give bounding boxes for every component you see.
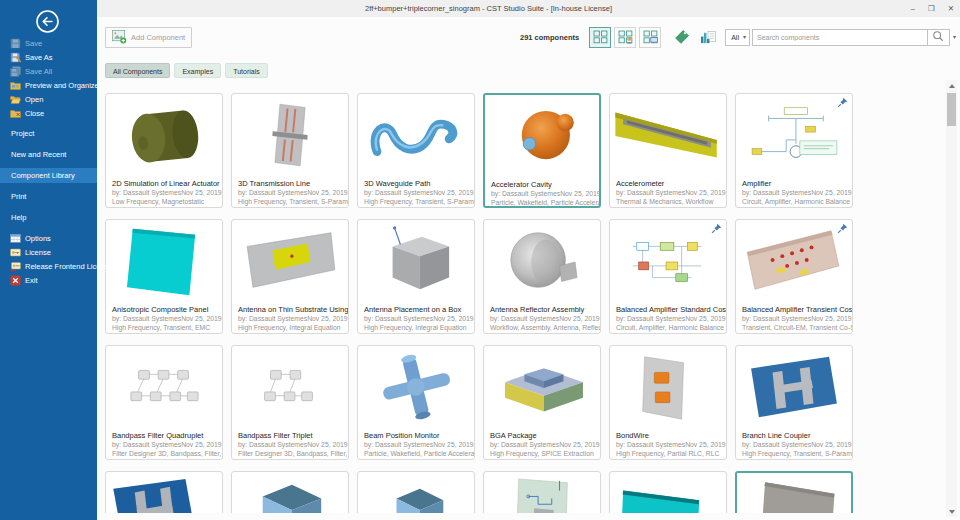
component-card-bga-package[interactable]: BGA Packageby: Dassault SystemesNov 25, … <box>483 345 601 460</box>
component-card-3d-transmission-line[interactable]: 3D Transmission Lineby: Dassault Systeme… <box>231 93 349 208</box>
sidebar-item-release-frontend-license[interactable]: Release Frontend License <box>0 259 97 273</box>
component-title: 3D Transmission Line <box>232 178 348 188</box>
search-input[interactable] <box>752 29 928 46</box>
component-card-beam-position-monitor[interactable]: Beam Position Monitorby: Dassault System… <box>357 345 475 460</box>
component-card[interactable] <box>735 471 853 513</box>
component-title: Bandpass Filter Triplet <box>232 430 348 440</box>
component-thumbnail-substrate-patch <box>232 220 348 304</box>
component-card[interactable] <box>609 471 727 513</box>
component-tags: High Frequency, Transient, S-Paramete... <box>358 197 474 206</box>
component-card-antenna-reflector-assembly[interactable]: Antenna Reflector Assemblyby: Dassault S… <box>483 219 601 334</box>
minimize-button[interactable]: – <box>911 0 915 17</box>
close-folder-icon <box>10 108 21 119</box>
component-thumbnail-cube-antenna <box>358 220 474 304</box>
component-meta: by: Dassault SystemesNov 25, 2019 <box>610 440 726 449</box>
statistics-button[interactable] <box>698 27 718 47</box>
component-tags: High Frequency, Integral Equation <box>232 323 348 332</box>
search-button[interactable] <box>928 29 950 46</box>
component-card-antenna-placement-on-a-box[interactable]: Antenna Placement on a Boxby: Dassault S… <box>357 219 475 334</box>
scrollbar-up-button[interactable] <box>946 80 957 91</box>
sidebar-item-label: Exit <box>25 276 38 285</box>
component-date: Nov 25, 2019 <box>685 188 725 197</box>
component-author: by: Dassault Systemes <box>616 314 685 323</box>
view-details-icon <box>618 30 633 44</box>
sidebar-item-new-and-recent[interactable]: New and Recent <box>0 147 97 162</box>
category-filter-dropdown[interactable]: All ▾ <box>725 29 750 46</box>
sidebar-item-preview-and-organize[interactable]: Preview and Organize <box>0 78 97 92</box>
component-title: Balanced Amplifier Standard Cosimula... <box>610 304 726 314</box>
component-title: Antenna Reflector Assembly <box>484 304 600 314</box>
view-preview-button[interactable] <box>639 27 661 48</box>
sidebar-item-exit[interactable]: Exit <box>0 273 97 287</box>
sidebar-item-options[interactable]: Options <box>0 231 97 245</box>
component-card-bandpass-filter-triplet[interactable]: Bandpass Filter Tripletby: Dassault Syst… <box>231 345 349 460</box>
component-count: 291 components <box>520 33 579 42</box>
component-thumbnail-cavity-orange <box>485 95 599 179</box>
component-title: Balanced Amplifier Transient Cosimula... <box>736 304 852 314</box>
sidebar-item-label: Save As <box>25 53 53 62</box>
sidebar-item-help[interactable]: Help <box>0 210 97 225</box>
sidebar-item-label: New and Recent <box>11 150 66 159</box>
view-details-button[interactable] <box>614 27 636 48</box>
component-date: Nov 25, 2019 <box>811 440 851 449</box>
component-thumbnail-panel-gray <box>737 473 851 513</box>
component-thumbnail-panel-cyan <box>106 220 222 304</box>
search-options-caret[interactable]: ▾ <box>953 34 956 40</box>
component-author: by: Dassault Systemes <box>616 440 685 449</box>
sidebar-item-label: Save <box>25 39 42 48</box>
scrollbar-down-button[interactable] <box>946 506 957 517</box>
sidebar-item-label: Release Frontend License <box>25 262 113 271</box>
component-date: Nov 25, 2019 <box>307 440 347 449</box>
component-title: Accelerometer <box>610 178 726 188</box>
sidebar-item-label: Help <box>11 213 26 222</box>
view-thumbnails-button[interactable] <box>589 27 611 48</box>
component-meta: by: Dassault SystemesNov 25, 2019 <box>484 440 600 449</box>
component-card-branch-line-coupler[interactable]: Branch Line Couplerby: Dassault Systemes… <box>735 345 853 460</box>
sidebar-item-label: Preview and Organize <box>25 81 99 90</box>
component-card-balanced-amplifier-standard-cosimula[interactable]: Balanced Amplifier Standard Cosimula...b… <box>609 219 727 334</box>
component-meta: by: Dassault SystemesNov 25, 2019 <box>736 314 852 323</box>
component-card[interactable] <box>483 471 601 513</box>
pin-icon <box>837 223 848 234</box>
component-tags: Filter Designer 3D, Bandpass, Filter, As… <box>106 449 222 458</box>
add-component-button[interactable]: Add Component <box>105 27 192 48</box>
sidebar-item-print[interactable]: Print <box>0 189 97 204</box>
component-author: by: Dassault Systemes <box>742 440 811 449</box>
component-card-anisotropic-composite-panel[interactable]: Anisotropic Composite Panelby: Dassault … <box>105 219 223 334</box>
sidebar-item-license[interactable]: License <box>0 245 97 259</box>
component-card-accelerometer[interactable]: Accelerometerby: Dassault SystemesNov 25… <box>609 93 727 208</box>
tab-tutorials[interactable]: Tutorials <box>225 63 268 78</box>
sidebar-item-close[interactable]: Close <box>0 106 97 120</box>
component-tags: Circuit, Amplifier, Harmonic Balance <box>736 197 852 206</box>
back-arrow-button[interactable] <box>35 9 60 34</box>
restore-button[interactable]: ❐ <box>928 0 935 17</box>
component-card-balanced-amplifier-transient-cosimula[interactable]: Balanced Amplifier Transient Cosimula...… <box>735 219 853 334</box>
component-card-accelerator-cavity[interactable]: Accelerator Cavityby: Dassault SystemesN… <box>483 93 601 208</box>
sidebar-item-component-library[interactable]: Component Library <box>0 168 97 183</box>
tab-examples[interactable]: Examples <box>174 63 221 78</box>
sidebar-item-open[interactable]: Open <box>0 92 97 106</box>
component-meta: by: Dassault SystemesNov 25, 2019 <box>358 314 474 323</box>
component-tags: Filter Designer 3D, Bandpass, Filter, As… <box>232 449 348 458</box>
tab-all-components[interactable]: All Components <box>105 63 170 78</box>
tag-filter-button[interactable] <box>671 27 691 47</box>
component-meta: by: Dassault SystemesNov 25, 2019 <box>736 440 852 449</box>
component-card[interactable] <box>231 471 349 513</box>
component-card-3d-waveguide-path[interactable]: 3D Waveguide Pathby: Dassault SystemesNo… <box>357 93 475 208</box>
component-card-bondwire[interactable]: BondWireby: Dassault SystemesNov 25, 201… <box>609 345 727 460</box>
sidebar-item-project[interactable]: Project <box>0 126 97 141</box>
component-date: Nov 25, 2019 <box>811 188 851 197</box>
component-library-page: Add Component 291 components All <box>97 17 960 520</box>
component-card[interactable] <box>357 471 475 513</box>
sidebar-item-save-as[interactable]: Save As <box>0 50 97 64</box>
component-card-2d-simulation-of-linear-actuator[interactable]: 2D Simulation of Linear Actuatorby: Dass… <box>105 93 223 208</box>
component-card-antenna-on-thin-substrate-using-local[interactable]: Antenna on Thin Substrate Using Local...… <box>231 219 349 334</box>
close-button[interactable]: ✕ <box>948 0 954 17</box>
component-card-amplifier[interactable]: Amplifierby: Dassault SystemesNov 25, 20… <box>735 93 853 208</box>
component-meta: by: Dassault SystemesNov 25, 2019 <box>358 440 474 449</box>
vertical-scrollbar[interactable] <box>946 80 957 517</box>
scrollbar-thumb[interactable] <box>947 93 956 126</box>
component-card-bandpass-filter-quadruplet[interactable]: Bandpass Filter Quadrupletby: Dassault S… <box>105 345 223 460</box>
component-card[interactable] <box>105 471 223 513</box>
sidebar-item-label: Options <box>25 234 51 243</box>
